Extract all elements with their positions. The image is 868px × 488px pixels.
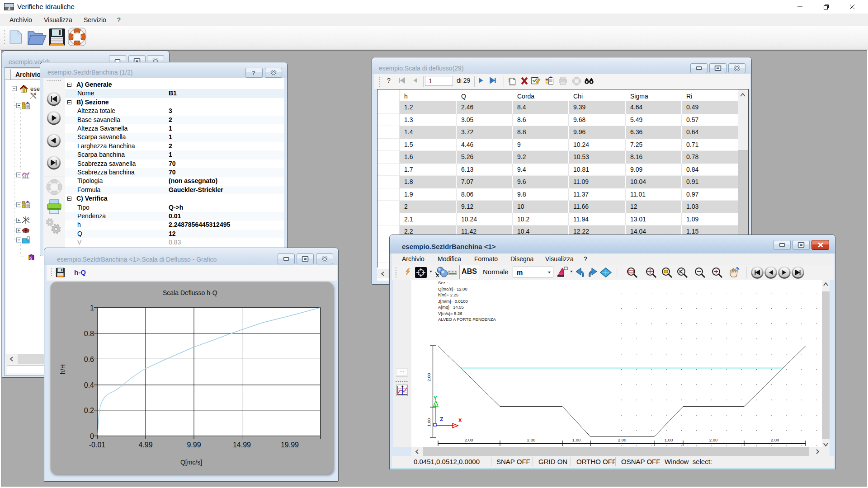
svg-text:2.00: 2.00 [527,437,536,442]
svg-text:A[mq]= 14.55: A[mq]= 14.55 [438,305,464,310]
svg-text:ALVEO A FORTE PENDENZA: ALVEO A FORTE PENDENZA [438,317,496,322]
svg-text:2.00: 2.00 [618,437,627,442]
svg-text:2.00: 2.00 [465,437,473,442]
svg-text:2.00: 2.00 [426,373,431,382]
svg-text:ese: ese [30,85,40,92]
svg-text:1.00: 1.00 [665,437,673,442]
svg-text:1.00: 1.00 [572,437,581,442]
svg-text:1.00: 1.00 [426,418,431,427]
svg-text:J[m/m]= 0.0100: J[m/m]= 0.0100 [438,299,468,304]
svg-text:Q[mc/s]= 12.00: Q[mc/s]= 12.00 [438,286,467,291]
svg-text:X: X [458,418,462,423]
svg-text:?: ? [252,70,255,76]
svg-text:Y: Y [434,395,437,401]
svg-text:h[m]= 2.25: h[m]= 2.25 [438,292,458,297]
svg-text:Sez :: Sez : [438,280,448,285]
svg-text:V[m/s]= 8.26: V[m/s]= 8.26 [438,311,462,316]
svg-text:Z: Z [440,416,443,422]
svg-text:2.00: 2.00 [771,437,779,442]
svg-text:2.00: 2.00 [709,437,718,442]
